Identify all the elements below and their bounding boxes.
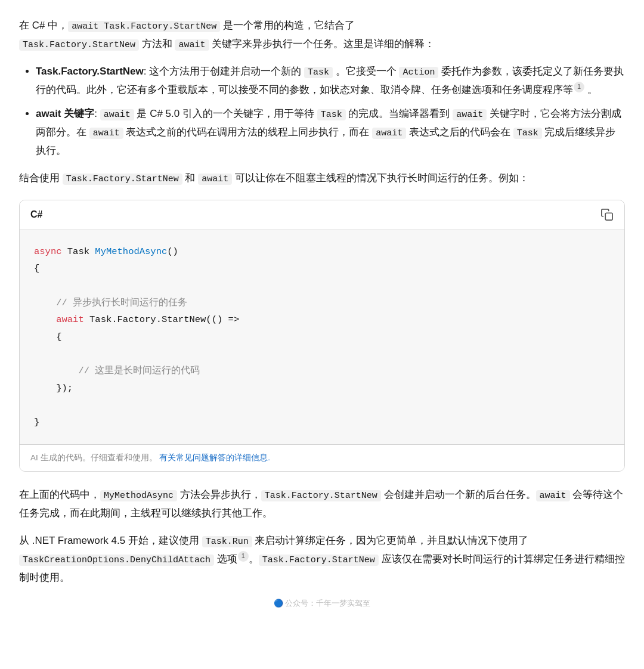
exp1-text2: 会创建并启动一个新的后台任务。 xyxy=(381,489,536,500)
intro-line1-suffix: 是一个常用的构造，它结合了 xyxy=(220,20,355,31)
exp2-text1: 来启动计算绑定任务，因为它更简单，并且默认情况下使用了 xyxy=(252,535,529,546)
bullet1-text1: 。它接受一个 xyxy=(333,66,399,77)
bullet2-code1: await xyxy=(100,109,134,120)
bullet2-colon: : xyxy=(94,108,100,119)
bullet-item-1: Task.Factory.StartNew: 这个方法用于创建并启动一个新的 T… xyxy=(36,63,625,99)
code-block-body: async Task MyMethodAsync() { // 异步执行长时间运… xyxy=(20,230,624,444)
intro-line1-prefix: 在 C# 中， xyxy=(19,20,68,31)
exp2-prefix: 从 .NET Framework 4.5 开始，建议使用 xyxy=(19,535,202,546)
exp1-prefix: 在上面的代码中， xyxy=(19,489,100,500)
main-content: 在 C# 中，await Task.Factory.StartNew 是一个常用… xyxy=(19,17,625,611)
code-block: C# async Task MyMethodAsync() { // 异步执行长… xyxy=(19,200,625,472)
bullet2-text4: 表达式之前的代码在调用方法的线程上同步执行，而在 xyxy=(123,126,372,138)
bullet2-text5: 表达式之后的代码会在 xyxy=(406,126,513,138)
bullet2-text1: 是 C# 5.0 引入的一个关键字，用于等待 xyxy=(134,108,317,119)
bullet2-text2: 的完成。当编译器看到 xyxy=(346,108,453,119)
code-line-await: await Task.Factory.StartNew(() => xyxy=(34,311,610,329)
exp1-code1: MyMethodAsync xyxy=(100,490,177,501)
bullet2-code6: Task xyxy=(513,128,542,139)
intro-line2-middle: 方法和 xyxy=(139,38,175,49)
code-line-blank-1 xyxy=(34,277,610,295)
summary-code2: await xyxy=(198,174,232,185)
bullet1-colon: : 这个方法用于创建并启动一个新的 xyxy=(144,66,304,77)
svg-rect-0 xyxy=(605,213,612,220)
watermark: 🔵 公众号：千年一梦实驾至 xyxy=(19,596,625,610)
exp2-code3: Task.Factory.StartNew xyxy=(259,555,379,566)
watermark-text: 🔵 xyxy=(274,599,286,608)
copy-icon[interactable] xyxy=(600,208,614,221)
code-block-footer: AI 生成的代码。仔细查看和使用。 有关常见问题解答的详细信息. xyxy=(20,444,624,471)
bullet-list: Task.Factory.StartNew: 这个方法用于创建并启动一个新的 T… xyxy=(36,63,625,160)
exp2-text2: 选项 xyxy=(214,553,237,565)
exp1-code2: Task.Factory.StartNew xyxy=(261,490,381,501)
summary-prefix: 结合使用 xyxy=(19,172,63,184)
footer-text: AI 生成的代码。仔细查看和使用。 xyxy=(30,453,157,462)
code-line-1: async Task MyMethodAsync() xyxy=(34,243,610,261)
code-line-2: { xyxy=(34,260,610,277)
intro-code2: Task.Factory.StartNew xyxy=(19,39,139,51)
bullet2-bold: await 关键字 xyxy=(36,108,94,119)
code-line-5: } xyxy=(34,414,610,431)
code-lang-label: C# xyxy=(30,206,42,224)
bullet1-superscript: 1 xyxy=(574,82,584,92)
explanation1-paragraph: 在上面的代码中，MyMethodAsync 方法会异步执行，Task.Facto… xyxy=(19,486,625,522)
exp1-code3: await xyxy=(536,490,570,501)
bullet1-code2: Action xyxy=(399,67,438,78)
bullet2-code3: await xyxy=(453,109,487,120)
bullet2-code2: Task xyxy=(317,109,346,120)
bullet2-code5: await xyxy=(372,128,406,139)
code-line-comment-2: // 这里是长时间运行的代码 xyxy=(34,363,610,380)
summary-suffix: 可以让你在不阻塞主线程的情况下执行长时间运行的任务。例如： xyxy=(232,172,529,184)
bullet2-code4: await xyxy=(89,128,123,139)
exp2-code2: TaskCreationOptions.DenyChildAttach xyxy=(19,555,214,566)
summary-paragraph: 结合使用 Task.Factory.StartNew 和 await 可以让你在… xyxy=(19,169,625,188)
intro-line2-suffix: 关键字来异步执行一个任务。这里是详细的解释： xyxy=(209,38,435,49)
bullet1-code1: Task xyxy=(304,67,333,78)
exp2-superscript: 1 xyxy=(238,551,249,562)
code-line-blank-2 xyxy=(34,346,610,363)
bullet1-bold: Task.Factory.StartNew xyxy=(36,66,144,77)
intro-code1: await Task.Factory.StartNew xyxy=(68,21,220,32)
bullet1-text3: 。 xyxy=(584,84,597,95)
code-line-blank-3 xyxy=(34,397,610,414)
code-line-3: { xyxy=(34,329,610,346)
summary-code1: Task.Factory.StartNew xyxy=(63,174,182,185)
explanation2-paragraph: 从 .NET Framework 4.5 开始，建议使用 Task.Run 来启… xyxy=(19,532,625,587)
summary-middle: 和 xyxy=(182,172,198,184)
code-block-header: C# xyxy=(20,200,624,230)
exp2-code1: Task.Run xyxy=(202,536,252,547)
bullet-item-2: await 关键字: await 是 C# 5.0 引入的一个关键字，用于等待 … xyxy=(36,105,625,160)
intro-code3: await xyxy=(175,39,209,51)
footer-link[interactable]: 有关常见问题解答的详细信息. xyxy=(159,453,270,462)
watermark-label: 公众号：千年一梦实驾至 xyxy=(285,599,370,608)
exp2-text3: 。 xyxy=(249,553,259,565)
code-line-comment-1: // 异步执行长时间运行的任务 xyxy=(34,295,610,312)
intro-paragraph: 在 C# 中，await Task.Factory.StartNew 是一个常用… xyxy=(19,17,625,53)
code-line-4: }); xyxy=(34,380,610,397)
exp1-text1: 方法会异步执行， xyxy=(177,489,261,500)
